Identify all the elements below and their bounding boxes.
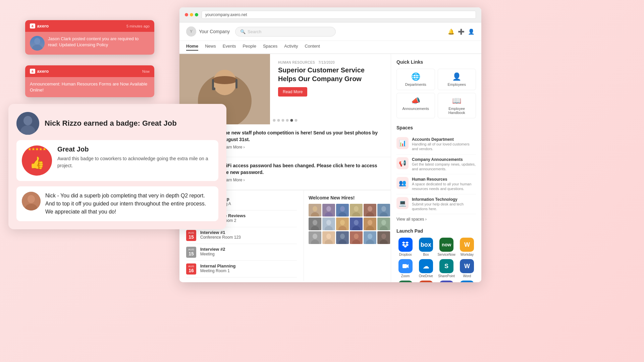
svg-point-43: [368, 206, 372, 212]
svg-point-61: [368, 220, 372, 225]
employees-label: Employees: [448, 82, 466, 86]
word-label: Word: [463, 274, 471, 278]
browser-minimize[interactable]: [190, 13, 193, 16]
hire-avatar: [364, 231, 376, 244]
quick-links-grid: 🌐 Departments 👤 Employees 📣 Announcement…: [396, 69, 476, 118]
lp-word[interactable]: W Word: [458, 259, 476, 278]
notif-brand-1: a axero: [30, 23, 49, 28]
hire-avatar: [309, 231, 321, 244]
cal-date-interview1: AUG 15: [186, 230, 196, 241]
hire-avatar: [322, 204, 335, 217]
space-it[interactable]: 💻 Information Technology Submit your hel…: [396, 194, 476, 215]
svg-point-76: [354, 234, 359, 239]
news-link-2[interactable]: Learn More ›: [222, 178, 384, 182]
hire-avatar: [322, 231, 335, 244]
lp-sharepoint[interactable]: S SharePoint: [437, 259, 455, 278]
onedrive-icon: ☁: [419, 259, 433, 273]
plus-icon[interactable]: ➕: [458, 28, 465, 35]
hire-avatar: [309, 204, 321, 217]
bell-icon[interactable]: 🔔: [448, 28, 454, 35]
news-link-1[interactable]: Learn More ›: [222, 145, 384, 149]
departments-icon: 🌐: [411, 72, 420, 81]
header-search[interactable]: 🔍 Search: [235, 27, 336, 37]
nav-content[interactable]: Content: [305, 44, 320, 51]
comment-text: Nick - You did a superb job completing t…: [45, 192, 213, 216]
nav-news[interactable]: News: [205, 44, 216, 51]
company-avatar: Y: [186, 26, 196, 37]
lp-onedrive[interactable]: ☁ OneDrive: [417, 259, 435, 278]
nav-spaces[interactable]: Spaces: [263, 44, 277, 51]
hero-title: Superior Customer Service Helps Our Comp…: [278, 66, 383, 83]
carousel-dot-4[interactable]: [286, 119, 289, 122]
word-icon: W: [460, 259, 474, 273]
onedrive-label: OneDrive: [419, 274, 433, 278]
carousel-dot-3[interactable]: [282, 119, 284, 122]
workday-icon: W: [460, 238, 474, 252]
nav-home[interactable]: Home: [186, 44, 198, 51]
teams-icon: T: [439, 281, 453, 282]
badge-comment: Nick - You did a superb job completing t…: [16, 186, 218, 221]
notif-body-2: Announcement: Human Resources Forms are …: [25, 77, 154, 97]
badge-stars: ★★★★★: [23, 147, 51, 152]
notif-time-2: Now: [142, 69, 150, 73]
lp-zoom[interactable]: Zoom: [396, 259, 414, 278]
space-icon-announcements: 📢: [396, 157, 409, 169]
handbook-label: Employee Handbook: [441, 107, 473, 115]
quick-link-employees[interactable]: 👤 Employees: [438, 69, 476, 90]
nav-events[interactable]: Events: [223, 44, 236, 51]
lp-dropbox[interactable]: Dropbox: [396, 238, 414, 256]
lp-teams[interactable]: T Teams: [437, 281, 455, 282]
cal-info-interview1: Interview #1 Conference Room 123: [200, 230, 241, 240]
carousel-dot-5-active[interactable]: [290, 119, 293, 122]
carousel-dots: [273, 119, 298, 122]
space-info-accounts: Accounts Department Handling all of our …: [412, 137, 476, 152]
carousel-dot-1[interactable]: [273, 119, 276, 122]
carousel-dot-2[interactable]: [277, 119, 280, 122]
browser-maximize[interactable]: [195, 13, 198, 16]
excel-icon: X: [398, 281, 413, 282]
space-accounts[interactable]: 📊 Accounts Department Handling all of ou…: [396, 134, 476, 155]
hire-avatar: [377, 231, 390, 244]
space-desc-hr: A space dedicated to all your human reso…: [412, 182, 476, 191]
workday-label: Workday: [461, 253, 474, 256]
quick-link-departments[interactable]: 🌐 Departments: [396, 69, 435, 90]
sharepoint-icon: S: [439, 259, 453, 273]
svg-point-79: [368, 234, 372, 239]
commenter-avatar: [22, 192, 41, 210]
hire-avatar: [377, 218, 390, 230]
carousel-dot-6[interactable]: [295, 119, 298, 122]
lp-powerpoint[interactable]: P Powerpoint: [417, 281, 435, 282]
quick-link-announcements[interactable]: 📣 Announcements: [396, 93, 435, 118]
svg-point-82: [381, 234, 386, 239]
lp-excel[interactable]: X Excel: [396, 281, 414, 282]
svg-point-6: [28, 195, 35, 203]
lp-workday[interactable]: W Workday: [458, 238, 476, 256]
space-announcements[interactable]: 📢 Company Announcements Get the latest c…: [396, 155, 476, 175]
read-more-button[interactable]: Read More: [278, 87, 307, 97]
svg-point-67: [313, 234, 317, 239]
company-logo-area[interactable]: Y Your Company: [186, 26, 230, 37]
hires-grid: [309, 204, 386, 244]
lp-yammer[interactable]: Y Yammer: [458, 281, 476, 282]
space-icon-hr: 👥: [396, 177, 409, 189]
browser-url-bar[interactable]: yourcompany.axero.net: [202, 11, 476, 19]
servicenow-icon: now: [439, 238, 453, 252]
nav-people[interactable]: People: [243, 44, 256, 51]
notification-card-2: a axero Now Announcement: Human Resource…: [25, 65, 154, 97]
nav-activity[interactable]: Activity: [284, 44, 298, 51]
svg-point-13: [212, 76, 237, 84]
lp-box[interactable]: box Box: [417, 238, 435, 256]
employees-icon: 👤: [452, 72, 461, 81]
quick-links-title: Quick Links: [396, 59, 476, 65]
browser-close[interactable]: [185, 13, 188, 16]
view-all-spaces[interactable]: View all spaces ›: [396, 217, 476, 222]
space-hr[interactable]: 👥 Human Resources A space dedicated to a…: [396, 174, 476, 194]
lp-servicenow[interactable]: now ServiceNow: [437, 238, 455, 256]
spaces-section: Spaces 📊 Accounts Department Handling al…: [396, 125, 476, 222]
hire-avatar: [336, 231, 349, 244]
app-header: Y Your Company 🔍 Search 🔔 ➕ 👤: [179, 22, 481, 41]
company-name: Your Company: [199, 29, 230, 34]
quick-link-handbook[interactable]: 📖 Employee Handbook: [438, 93, 476, 118]
svg-point-40: [354, 206, 359, 212]
user-menu-icon[interactable]: 👤: [468, 28, 475, 35]
